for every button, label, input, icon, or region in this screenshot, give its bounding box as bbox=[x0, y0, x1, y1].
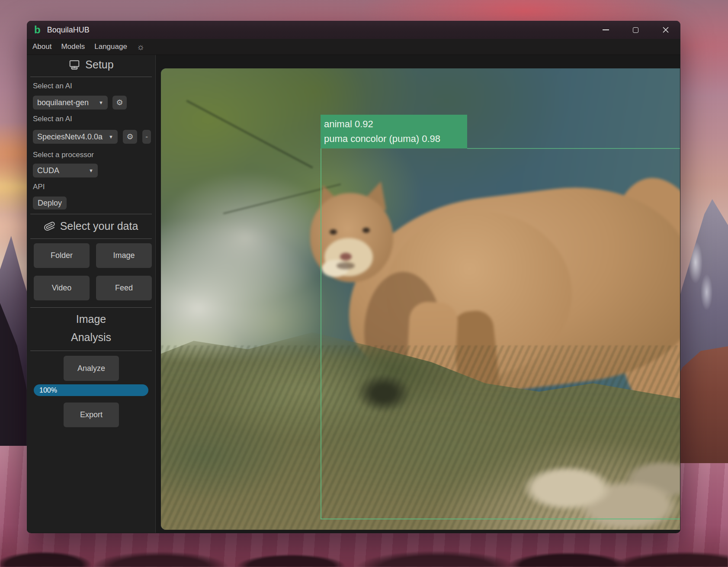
photo-dark-patch bbox=[347, 367, 420, 419]
divider bbox=[30, 77, 152, 77]
image-analysis-title-line1: Image bbox=[27, 313, 155, 325]
close-icon bbox=[662, 26, 669, 33]
main-area: animal 0.92 puma concolor (puma) 0.98 bbox=[156, 55, 680, 533]
detection-species-line: puma concolor (puma) 0.98 bbox=[324, 134, 467, 144]
detection-bbox-left-edge bbox=[321, 148, 321, 519]
video-button[interactable]: Video bbox=[34, 276, 90, 300]
setup-title: Setup bbox=[85, 58, 113, 71]
ai-model-2-remove-button[interactable]: - bbox=[142, 130, 151, 144]
minimize-button[interactable] bbox=[591, 21, 621, 39]
ai-model-dropdown-2-value: SpeciesNetv4.0.0a bbox=[37, 132, 103, 142]
menubar: About Models Language ☼ bbox=[27, 39, 680, 55]
select-ai-label-1: Select an AI bbox=[33, 82, 72, 90]
app-logo-icon: b bbox=[34, 25, 41, 35]
feed-button[interactable]: Feed bbox=[96, 276, 152, 300]
chevron-down-icon: ▼ bbox=[109, 134, 113, 139]
select-data-title: Select your data bbox=[60, 220, 138, 232]
gear-icon: ⚙ bbox=[116, 98, 123, 107]
puma-eye-right bbox=[362, 228, 370, 233]
divider bbox=[30, 214, 152, 214]
monitor-icon bbox=[68, 59, 80, 71]
menu-item-about[interactable]: About bbox=[32, 42, 51, 51]
maximize-button[interactable] bbox=[621, 21, 651, 39]
divider bbox=[30, 307, 152, 308]
puma-nose bbox=[340, 253, 352, 261]
app-window: b BoquilaHUB About Models Language ☼ bbox=[27, 21, 680, 533]
chevron-down-icon: ▼ bbox=[89, 168, 93, 173]
select-data-header: Select your data bbox=[27, 220, 155, 232]
processor-dropdown[interactable]: CUDA ▼ bbox=[33, 164, 98, 177]
progress-text: 100% bbox=[39, 387, 57, 394]
export-button[interactable]: Export bbox=[64, 403, 119, 427]
paperclip-icon bbox=[42, 219, 57, 233]
ai-model-2-settings-button[interactable]: ⚙ bbox=[123, 130, 137, 144]
detection-bbox-top-edge bbox=[467, 148, 680, 149]
analyze-button[interactable]: Analyze bbox=[64, 356, 119, 381]
api-label: API bbox=[33, 183, 45, 191]
close-button[interactable] bbox=[651, 21, 680, 39]
processor-dropdown-value: CUDA bbox=[37, 166, 59, 175]
ai-model-dropdown-1-value: boquilanet-gen bbox=[37, 98, 89, 107]
detection-bbox-bottom-edge bbox=[321, 519, 680, 519]
gear-icon: ⚙ bbox=[126, 132, 133, 142]
minus-icon: - bbox=[145, 132, 148, 141]
content-area: Setup Select an AI boquilanet-gen ▼ ⚙ Se… bbox=[27, 55, 680, 533]
divider bbox=[30, 351, 152, 351]
setup-header: Setup bbox=[27, 58, 155, 71]
select-processor-label: Select a processor bbox=[33, 151, 94, 159]
folder-button[interactable]: Folder bbox=[34, 243, 90, 268]
ai-model-dropdown-1[interactable]: boquilanet-gen ▼ bbox=[33, 96, 108, 110]
menu-item-language[interactable]: Language bbox=[94, 42, 127, 51]
window-controls bbox=[591, 21, 680, 39]
puma-eye-left bbox=[330, 229, 337, 235]
deploy-button[interactable]: Deploy bbox=[33, 197, 67, 209]
titlebar: b BoquilaHUB bbox=[27, 21, 680, 39]
maximize-icon bbox=[633, 27, 638, 33]
minimize-icon bbox=[603, 29, 609, 30]
ai-model-1-settings-button[interactable]: ⚙ bbox=[112, 96, 127, 110]
chevron-down-icon: ▼ bbox=[99, 100, 103, 105]
detection-label: animal 0.92 puma concolor (puma) 0.98 bbox=[321, 115, 467, 148]
progress-bar: 100% bbox=[34, 384, 148, 396]
detection-class-line: animal 0.92 bbox=[324, 119, 467, 129]
puma-mouth bbox=[337, 262, 355, 269]
analysis-image: animal 0.92 puma concolor (puma) 0.98 bbox=[161, 68, 680, 530]
image-button[interactable]: Image bbox=[96, 243, 152, 268]
sidebar: Setup Select an AI boquilanet-gen ▼ ⚙ Se… bbox=[27, 55, 156, 533]
divider bbox=[30, 238, 152, 239]
theme-sun-icon[interactable]: ☼ bbox=[137, 42, 144, 51]
select-ai-label-2: Select an AI bbox=[33, 115, 72, 123]
ai-model-dropdown-2[interactable]: SpeciesNetv4.0.0a ▼ bbox=[33, 130, 118, 144]
window-title: BoquilaHUB bbox=[47, 26, 90, 35]
image-analysis-title-line2: Analysis bbox=[27, 331, 155, 344]
menu-item-models[interactable]: Models bbox=[61, 42, 85, 51]
